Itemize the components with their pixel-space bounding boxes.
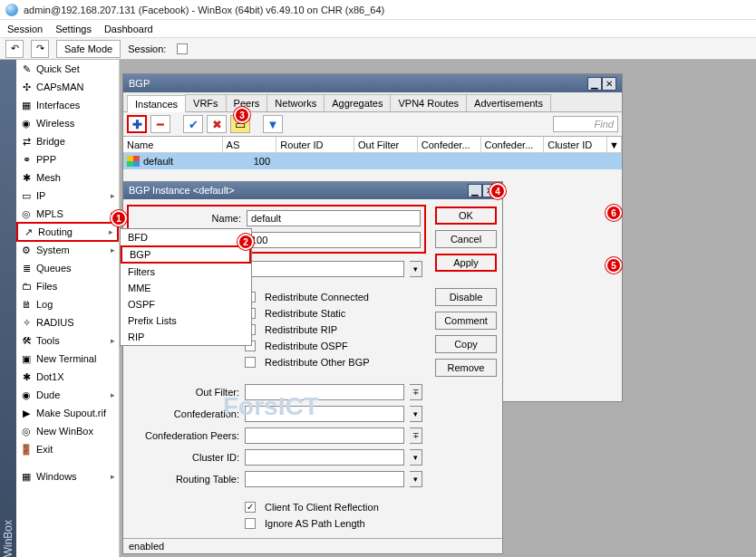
col-outfilter[interactable]: Out Filter: [354, 137, 418, 152]
ppp-icon: ⚭: [20, 153, 33, 166]
outfilter-input[interactable]: [245, 384, 404, 400]
sidebar-item-files[interactable]: 🗀Files: [16, 277, 119, 295]
routerid-dropdown[interactable]: ▾: [410, 261, 422, 277]
confed-input[interactable]: [245, 406, 404, 422]
instance-titlebar[interactable]: BGP Instance <default> ▁ ✕: [123, 182, 502, 199]
sidebar-item-queues[interactable]: ≣Queues: [16, 259, 119, 277]
routingtable-dd[interactable]: ▾: [410, 471, 422, 487]
submenu-rip[interactable]: RIP: [121, 329, 251, 345]
sidebar-item-interfaces[interactable]: ▦Interfaces: [16, 96, 119, 114]
clusterid-dd[interactable]: ▾: [410, 449, 422, 466]
submenu-filters[interactable]: Filters: [121, 264, 251, 280]
sidebar-item-mpls[interactable]: ◎MPLS▸: [16, 205, 119, 223]
sidebar-item-dot1x[interactable]: ✱Dot1X: [16, 368, 119, 386]
col-as[interactable]: AS: [223, 137, 277, 152]
disable-button[interactable]: Disable: [435, 288, 497, 306]
disable-button[interactable]: ✖: [207, 115, 227, 133]
sidebar-item-ip[interactable]: ▭IP▸: [16, 187, 119, 205]
top-toolbar: ↶ ↷ Safe Mode Session:: [0, 38, 756, 60]
sidebar-item-quickset[interactable]: ✎Quick Set: [16, 60, 119, 78]
sidebar-item-ppp[interactable]: ⚭PPP: [16, 150, 119, 168]
menu-bar: Session Settings Dashboard: [0, 20, 756, 38]
sidebar-item-system[interactable]: ⚙System▸: [16, 241, 119, 259]
tab-instances[interactable]: Instances: [127, 95, 186, 112]
sidebar-item-windows[interactable]: ▦Windows▸: [16, 467, 119, 485]
session-checkbox[interactable]: [177, 43, 188, 54]
submenu-prefixlists[interactable]: Prefix Lists: [121, 312, 251, 329]
tab-aggregates[interactable]: Aggregates: [324, 94, 391, 111]
sidebar-item-tools[interactable]: 🛠Tools▸: [16, 331, 119, 350]
redo-button[interactable]: ↷: [31, 40, 49, 58]
redist-otherbgp-checkbox[interactable]: [245, 357, 256, 368]
cancel-button[interactable]: Cancel: [435, 230, 497, 248]
tab-networks[interactable]: Networks: [267, 94, 325, 111]
sidebar-item-supout[interactable]: ▶Make Supout.rif: [16, 404, 119, 422]
menu-dashboard[interactable]: Dashboard: [104, 24, 153, 34]
sidebar-label: Log: [36, 299, 53, 310]
col-name[interactable]: Name: [123, 137, 223, 152]
filter-button[interactable]: ▼: [263, 115, 283, 133]
col-clusterid[interactable]: Cluster ID: [544, 137, 607, 152]
confed-peers-input[interactable]: [245, 427, 404, 444]
submenu-bgp[interactable]: BGP: [121, 245, 251, 264]
table-row[interactable]: default 100: [123, 153, 622, 169]
menu-settings[interactable]: Settings: [55, 24, 92, 34]
ctc-reflection-checkbox[interactable]: [245, 502, 256, 513]
remove-button-dialog[interactable]: Remove: [435, 359, 497, 377]
sidebar-item-dude[interactable]: ◉Dude▸: [16, 386, 119, 404]
ignore-aspath-checkbox[interactable]: [245, 518, 256, 529]
enable-button[interactable]: ✔: [183, 115, 203, 133]
sidebar-item-bridge[interactable]: ⇄Bridge: [16, 132, 119, 150]
sidebar-item-log[interactable]: 🗎Log: [16, 295, 119, 313]
col-routerid[interactable]: Router ID: [276, 137, 354, 152]
submenu-mme[interactable]: MME: [121, 280, 251, 296]
confed-dd[interactable]: ▾: [410, 406, 422, 422]
apply-button[interactable]: Apply: [435, 254, 497, 272]
routingtable-input[interactable]: [245, 471, 404, 487]
name-input[interactable]: default: [247, 210, 421, 226]
minimize-button[interactable]: ▁: [468, 184, 482, 197]
tab-vpn4[interactable]: VPN4 Routes: [390, 94, 467, 111]
step-5-badge: 5: [606, 257, 622, 274]
copy-button[interactable]: Copy: [435, 335, 497, 353]
tab-advertisements[interactable]: Advertisements: [466, 94, 551, 111]
sidebar-item-routing[interactable]: ↗Routing▸: [16, 222, 119, 242]
sidebar-item-newwinbox[interactable]: ◎New WinBox: [16, 422, 119, 440]
col-menu[interactable]: ▼: [607, 137, 622, 152]
close-button[interactable]: ✕: [602, 77, 616, 91]
add-button[interactable]: ✚: [127, 115, 147, 133]
ok-button[interactable]: OK: [435, 206, 497, 225]
tab-vrfs[interactable]: VRFs: [185, 94, 227, 111]
sidebar-item-wireless[interactable]: ◉Wireless: [16, 114, 119, 132]
col-confed2[interactable]: Confeder...: [481, 137, 545, 152]
grid-header: Name AS Router ID Out Filter Confeder...…: [123, 137, 622, 153]
col-confed1[interactable]: Confeder...: [418, 137, 481, 152]
sidebar-item-capsman[interactable]: ✣CAPsMAN: [16, 78, 119, 96]
sidebar-label: Bridge: [36, 136, 65, 147]
newwinbox-icon: ◎: [20, 425, 33, 437]
outfilter-label: Out Filter:: [131, 387, 239, 398]
comment-button[interactable]: Comment: [435, 312, 497, 330]
outfilter-dd[interactable]: ∓: [410, 384, 422, 400]
sidebar-label: Dot1X: [36, 371, 64, 382]
submenu-ospf[interactable]: OSPF: [121, 296, 251, 312]
routerid-input[interactable]: [245, 261, 404, 277]
confed-peers-dd[interactable]: ∓: [410, 427, 422, 444]
as-input[interactable]: 100: [247, 232, 421, 248]
name-label: Name:: [132, 213, 241, 224]
sidebar-item-exit[interactable]: 🚪Exit: [16, 440, 119, 458]
minimize-button[interactable]: ▁: [587, 77, 602, 91]
find-input[interactable]: Find: [553, 116, 618, 132]
clusterid-input[interactable]: [245, 449, 404, 466]
remove-button[interactable]: ━: [150, 115, 170, 133]
submenu-bfd[interactable]: BFD: [121, 229, 251, 245]
sidebar-item-mesh[interactable]: ✱Mesh: [16, 168, 119, 187]
sidebar-item-radius[interactable]: ✧RADIUS: [16, 313, 119, 331]
bgp-window-titlebar[interactable]: BGP ▁ ✕: [123, 74, 622, 92]
safe-mode-button[interactable]: Safe Mode: [56, 40, 121, 58]
files-icon: 🗀: [20, 280, 33, 293]
undo-button[interactable]: ↶: [5, 40, 24, 58]
menu-session[interactable]: Session: [7, 24, 43, 34]
sidebar-item-newterminal[interactable]: ▣New Terminal: [16, 350, 119, 368]
routing-icon: ↗: [22, 226, 34, 238]
